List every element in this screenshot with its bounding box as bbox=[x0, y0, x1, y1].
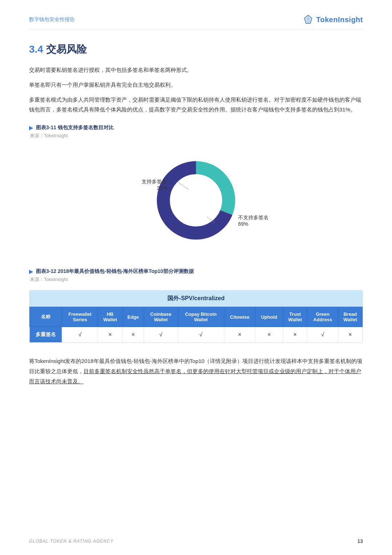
col-header-copay: Copay BitcoinWallet bbox=[177, 307, 224, 327]
col-header-coinbase: CoinbaseWallet bbox=[144, 307, 178, 327]
logo-icon bbox=[303, 15, 313, 25]
col-header-uphold: Uphold bbox=[256, 307, 283, 327]
cell-copay: √ bbox=[177, 327, 224, 343]
donut-support-text: 支持多签名 bbox=[142, 179, 167, 185]
donut-label-nosupport: 不支持多签名 69% bbox=[238, 215, 269, 227]
paragraph-3: 多重签名模式为由多人共同管理数字资产，交易时需要满足阈值下限的私钥持有人使用私钥… bbox=[29, 95, 363, 114]
data-table-wrapper: 国外-SPV/centralized 名称 FreewalletSeries H… bbox=[29, 290, 363, 343]
section-number: 3.4 bbox=[29, 44, 43, 55]
logo-prefix: Token bbox=[316, 16, 338, 24]
section-title: 3.4 交易风险 bbox=[29, 42, 363, 56]
cell-uphold: × bbox=[256, 327, 283, 343]
donut-nosupport-pct: 69% bbox=[238, 221, 269, 227]
donut-label-support: 支持多签名 31% bbox=[142, 179, 167, 191]
chart2-source: 来源：TokeInsight bbox=[30, 276, 363, 283]
page-header: 数字钱包安全性报告 TokenInsight bbox=[29, 15, 363, 29]
cell-freewallet: √ bbox=[62, 327, 98, 343]
col-header-edge: Edge bbox=[122, 307, 144, 327]
donut-nosupport-text: 不支持多签名 bbox=[238, 215, 269, 221]
cell-coinbase: √ bbox=[144, 327, 178, 343]
col-header-freewallet: FreewalletSeries bbox=[62, 307, 98, 327]
paragraph-2: 单签名即只有一个用户掌握私钥并具有完全自主地交易权利。 bbox=[29, 80, 363, 90]
data-table: 名称 FreewalletSeries HBWallet Edge Coinba… bbox=[29, 307, 363, 343]
col-header-hb: HBWallet bbox=[98, 307, 122, 327]
table-row: 多重签名 √ × × √ √ × × × √ × bbox=[30, 327, 363, 343]
cell-green: √ bbox=[307, 327, 338, 343]
chart2-arrow: ▶ bbox=[29, 269, 33, 274]
chart1-label: ▶ 图表3-11 钱包支持多签名数目对比 bbox=[29, 125, 363, 131]
footer-paragraph: 将TokenInsight发布的2018年最具价值钱包-轻钱包-海外区榜单中的T… bbox=[29, 356, 363, 386]
agency-name: GLOBAL TOKEN & RATING AGENCY bbox=[29, 539, 114, 544]
chart1-title: 图表3-11 钱包支持多签名数目对比 bbox=[36, 125, 114, 131]
table-head: 名称 FreewalletSeries HBWallet Edge Coinba… bbox=[30, 307, 363, 327]
col-header-citowise: Citowise bbox=[224, 307, 255, 327]
header-title: 数字钱包安全性报告 bbox=[29, 16, 75, 23]
table-header-row: 名称 FreewalletSeries HBWallet Edge Coinba… bbox=[30, 307, 363, 327]
logo: TokenInsight bbox=[303, 15, 363, 25]
table-body: 多重签名 √ × × √ √ × × × √ × bbox=[30, 327, 363, 343]
chart1-arrow: ▶ bbox=[29, 125, 33, 131]
table-group-header: 国外-SPV/centralized bbox=[29, 290, 363, 307]
chart2-section: ▶ 图表3-12 2018年最具价值钱包-轻钱包-海外区榜单Top10部分评测数… bbox=[29, 268, 363, 343]
cell-trust: × bbox=[283, 327, 307, 343]
cell-edge: × bbox=[122, 327, 144, 343]
cell-citowise: × bbox=[224, 327, 255, 343]
page-footer: GLOBAL TOKEN & RATING AGENCY 13 bbox=[29, 538, 363, 544]
col-header-name: 名称 bbox=[30, 307, 62, 327]
chart2-label: ▶ 图表3-12 2018年最具价值钱包-轻钱包-海外区榜单Top10部分评测数… bbox=[29, 268, 363, 275]
donut-support-pct: 31% bbox=[142, 185, 167, 191]
logo-suffix: Insight bbox=[338, 16, 363, 24]
page: 数字钱包安全性报告 TokenInsight 3.4 交易风险 交易时需要私钥签… bbox=[0, 0, 392, 555]
cell-bread: × bbox=[338, 327, 362, 343]
col-header-bread: BreadWallet bbox=[338, 307, 362, 327]
donut-chart-container: 支持多签名 31% 不支持多签名 69% bbox=[29, 146, 363, 255]
chart2-title: 图表3-12 2018年最具价值钱包-轻钱包-海外区榜单Top10部分评测数据 bbox=[36, 268, 194, 275]
chart1-source: 来源：TokeInsight bbox=[30, 132, 363, 139]
donut-svg bbox=[152, 157, 240, 244]
row-label-multisig: 多重签名 bbox=[30, 327, 62, 343]
col-header-green: GreenAddress bbox=[307, 307, 338, 327]
col-header-trust: TrustWallet bbox=[283, 307, 307, 327]
logo-text: TokenInsight bbox=[316, 16, 363, 24]
page-number: 13 bbox=[357, 538, 363, 544]
underline-text: 目前多重签名机制安全性虽然高于单签名，但更多的使用在针对大型托管项目或企业级的用… bbox=[29, 368, 361, 384]
section-name: 交易风险 bbox=[46, 44, 87, 55]
chart1-section: ▶ 图表3-11 钱包支持多签名数目对比 来源：TokeInsight 支持多签… bbox=[29, 125, 363, 255]
cell-hb: × bbox=[98, 327, 122, 343]
paragraph-1: 交易时需要私钥签名进行授权，其中包括多签名和单签名两种形式。 bbox=[29, 65, 363, 75]
